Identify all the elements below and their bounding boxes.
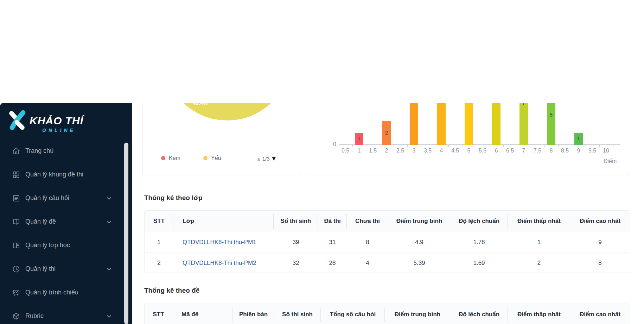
table-cell: 32: [274, 253, 318, 273]
sidebar-item-qu-n-l-l-p-h-c[interactable]: Quản lý lớp học: [0, 233, 132, 257]
x-tick-label: 8: [544, 148, 558, 154]
legend-item-yếu[interactable]: Yếu: [203, 155, 221, 161]
table-row: 2QTDVDLLHK8-Thi thu-PM2322845.391.6928: [145, 253, 630, 273]
exam-stats-table-card: STTMã đềPhiên bảnSố thí sinhTổng số câu …: [144, 304, 630, 324]
x-tick-label: 2.5: [393, 148, 407, 154]
axis-tick-mark: [366, 145, 366, 147]
column-header-6: Độ lệch chuẩn: [450, 211, 508, 232]
legend-label: Kém: [169, 155, 180, 161]
axis-tick-mark: [448, 145, 449, 147]
bar-score-3[interactable]: [410, 103, 418, 145]
table-cell: 2: [145, 253, 173, 273]
logo-subtitle: ONLINE: [42, 127, 76, 133]
table-cell: 4.9: [388, 232, 450, 253]
clock-icon: [12, 265, 20, 273]
x-tick-label: 8.5: [558, 148, 572, 154]
bar-score-4[interactable]: [437, 103, 446, 145]
column-header-0: STT: [145, 211, 173, 232]
class-link[interactable]: QTDVDLLHK8-Thi thu-PM2: [183, 260, 256, 266]
table-cell: 31: [318, 232, 347, 253]
axis-tick-mark: [544, 145, 545, 147]
list-icon: [12, 194, 20, 202]
bar-score-7[interactable]: [519, 103, 528, 145]
column-header-5: Điểm trung bình: [388, 211, 450, 232]
x-tick-label: 4.5: [448, 148, 462, 154]
bar-score-8[interactable]: [547, 103, 555, 145]
column-header-5: Điểm trung bình: [385, 304, 450, 324]
sidebar-item-label: Quản lý thi: [25, 265, 56, 273]
x-tick-label: 7.5: [530, 148, 544, 154]
chevron-down-icon: [106, 195, 113, 202]
sidebar-item-rubric[interactable]: Rubric: [0, 304, 132, 324]
bar-chart-card: 0 Điểm 0.511.522.533.544.555.566.577.588…: [308, 103, 629, 175]
presentation-icon: [12, 288, 20, 297]
sidebar-item-qu-n-l-[interactable]: Quản lý đề: [0, 210, 132, 233]
grid-icon: [12, 170, 20, 179]
axis-tick-mark: [586, 145, 586, 147]
y-axis-zero-label: 0: [326, 141, 336, 148]
cube-icon: [12, 312, 20, 320]
x-tick-label: 4: [434, 148, 448, 154]
table-cell: 4: [347, 253, 388, 273]
class-stats-table: STTLớpSố thí sinhĐã thiChưa thiĐiểm trun…: [145, 211, 630, 273]
class-link-cell: QTDVDLLHK8-Thi thu-PM1: [173, 232, 274, 253]
sidebar-item-qu-n-l-khung-thi[interactable]: Quản lý khung đề thi: [0, 163, 132, 186]
legend-item-kém[interactable]: Kém: [161, 155, 180, 161]
x-tick-label: 10: [599, 148, 613, 154]
bar-score-5[interactable]: [465, 103, 473, 145]
sidebar-item-qu-n-l-tr-nh-chi-u[interactable]: Quản lý trình chiếu: [0, 281, 132, 304]
column-header-2: Số thí sinh: [274, 211, 318, 232]
app-logo[interactable]: KHẢO THÍ ONLINE: [7, 109, 120, 134]
x-tick-label: 9.5: [585, 148, 599, 154]
table-cell: 1.78: [450, 232, 508, 253]
axis-tick-mark: [613, 145, 613, 147]
sidebar-item-label: Quản lý khung đề thi: [25, 171, 83, 178]
chevron-down-icon: [106, 266, 113, 273]
axis-tick-mark: [421, 145, 421, 147]
sidebar-item-label: Quản lý đề: [25, 218, 56, 225]
class-link[interactable]: QTDVDLLHK8-Thi thu-PM1: [183, 239, 256, 245]
home-icon: [12, 147, 20, 155]
sidebar-item-qu-n-l-thi[interactable]: Quản lý thi: [0, 257, 132, 281]
column-header-3: Đã thi: [318, 211, 347, 232]
legend-page-indicator: 1/3: [262, 156, 270, 162]
axis-tick-mark: [462, 145, 463, 147]
bar-value-label: 5: [546, 112, 556, 118]
section-title-by-class: Thống kê theo lớp: [144, 194, 203, 202]
table-cell: 1: [508, 232, 570, 253]
sidebar-item-trang-ch-[interactable]: Trang chủ: [0, 139, 132, 163]
axis-tick-mark: [572, 145, 572, 147]
sidebar-item-label: Quản lý trình chiếu: [25, 289, 78, 296]
axis-tick-mark: [380, 145, 380, 147]
exam-stats-table: STTMã đềPhiên bảnSố thí sinhTổng số câu …: [145, 304, 630, 324]
x-tick-label: 1.5: [366, 148, 380, 154]
dashboard-page: KHẢO THÍ ONLINE Trang chủQuản lý khung đ…: [0, 0, 644, 324]
table-header-row: STTLớpSố thí sinhĐã thiChưa thiĐiểm trun…: [145, 211, 630, 232]
column-header-3: Số thí sinh: [274, 304, 321, 324]
class-stats-table-card: STTLớpSố thí sinhĐã thiChưa thiĐiểm trun…: [144, 210, 630, 273]
sidebar: KHẢO THÍ ONLINE Trang chủQuản lý khung đ…: [0, 103, 132, 324]
x-tick-label: 2: [380, 148, 394, 154]
column-header-7: Điểm thấp nhất: [508, 211, 570, 232]
chevron-down-icon: [106, 313, 113, 320]
sidebar-item-label: Trang chủ: [25, 147, 53, 155]
axis-tick-mark: [531, 145, 531, 147]
sidebar-scrollbar[interactable]: [124, 143, 128, 324]
column-header-6: Độ lệch chuẩn: [450, 304, 508, 324]
axis-tick-mark: [503, 145, 504, 147]
table-cell: 1: [145, 232, 173, 253]
x-tick-label: 6: [489, 148, 503, 154]
logo-title: KHẢO THÍ: [30, 115, 83, 127]
column-header-8: Điểm cao nhất: [570, 211, 630, 232]
sidebar-item-qu-n-l-c-u-h-i[interactable]: Quản lý câu hỏi: [0, 186, 132, 210]
table-cell: 5.39: [388, 253, 450, 273]
legend-page-down-icon[interactable]: ▼: [271, 155, 277, 162]
x-tick-label: 0.5: [338, 148, 352, 154]
x-tick-label: 1: [352, 148, 366, 154]
table-cell: 8: [570, 253, 630, 273]
legend-page-up-icon[interactable]: ▲: [256, 156, 261, 162]
bar-score-6[interactable]: [492, 103, 500, 145]
pie-slice[interactable]: [163, 103, 291, 120]
pie-slice-label: 42.4%: [188, 103, 212, 106]
bar-value-label: 1: [354, 135, 364, 141]
